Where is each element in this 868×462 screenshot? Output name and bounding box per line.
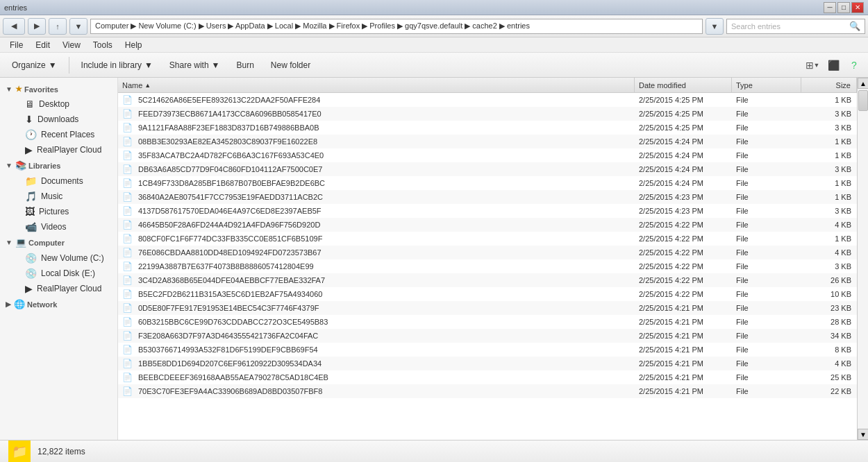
burn-label: Burn bbox=[236, 60, 253, 70]
cell-name-1: 📄 FEED73973ECB8671A4173CC8A6096BB0585417… bbox=[118, 107, 635, 120]
burn-button[interactable]: Burn bbox=[228, 55, 261, 75]
sidebar-item-pictures[interactable]: 🖼 Pictures bbox=[0, 204, 117, 219]
scroll-up-button[interactable]: ▲ bbox=[858, 78, 868, 89]
cell-date-7: 2/25/2015 4:23 PM bbox=[635, 190, 732, 203]
address-path[interactable]: Computer ▶ New Volume (C:) ▶ Users ▶ App… bbox=[90, 19, 703, 34]
sidebar-item-desktop[interactable]: 🖥 Desktop bbox=[0, 96, 117, 112]
cell-date-15: 2/25/2015 4:21 PM bbox=[635, 301, 732, 314]
new-folder-button[interactable]: New folder bbox=[263, 55, 318, 75]
table-row[interactable]: 📄 B5303766714993A532F81D6F5199DEF9CBB69F… bbox=[118, 343, 857, 357]
sidebar-item-realplayer-cloud-fav[interactable]: ▶ RealPlayer Cloud bbox=[0, 142, 117, 157]
favorites-arrow-icon: ▼ bbox=[6, 85, 12, 93]
table-row[interactable]: 📄 4137D587617570EDA046E4A97C6ED8E2397AEB… bbox=[118, 204, 857, 218]
minimize-button[interactable]: ─ bbox=[824, 2, 836, 13]
sidebar-item-local-disk-e[interactable]: 💿 Local Disk (E:) bbox=[0, 266, 117, 281]
forward-button[interactable]: ▶ bbox=[28, 18, 46, 35]
table-row[interactable]: 📄 1CB49F733D8A285BF1B687B07B0EBFAE9B2DE6… bbox=[118, 176, 857, 190]
sidebar-item-recent-places[interactable]: 🕐 Recent Places bbox=[0, 127, 117, 142]
cell-name-14: 📄 B5EC2FD2B6211B315A3E5C6D1EB2AF75A49340… bbox=[118, 287, 635, 300]
menu-edit[interactable]: Edit bbox=[30, 39, 56, 51]
table-row[interactable]: 📄 08BB3E30293AE82EA3452803C89037F9E16022… bbox=[118, 135, 857, 148]
table-row[interactable]: 📄 60B3215BBC6CE99D763CDDABCC272O3CE5495B… bbox=[118, 315, 857, 329]
include-in-library-button[interactable]: Include in library ▼ bbox=[74, 55, 160, 75]
table-row[interactable]: 📄 BEEBCDEEEF369168AAB55AEA790278C5AD18C4… bbox=[118, 370, 857, 384]
cell-size-18: 8 KB bbox=[801, 343, 857, 356]
sidebar-item-documents[interactable]: 📁 Documents bbox=[0, 173, 117, 189]
table-row[interactable]: 📄 1BB5E8DD1D694D207C6EF96120922D309534DA… bbox=[118, 357, 857, 370]
table-row[interactable]: 📄 76E086CBDAA8810DD48ED1094924FD0723573B… bbox=[118, 246, 857, 259]
cell-type-10: File bbox=[732, 232, 801, 245]
table-row[interactable]: 📄 35F83ACA7BC2A4D782FC6B6A3C167F693A53C4… bbox=[118, 148, 857, 162]
menu-view[interactable]: View bbox=[57, 39, 86, 51]
menu-help[interactable]: Help bbox=[119, 39, 148, 51]
sidebar-item-desktop-label: Desktop bbox=[39, 99, 69, 109]
cell-name-text-20: BEEBCDEEEF369168AAB55AEA790278C5AD18C4EB bbox=[138, 373, 328, 382]
organize-button[interactable]: Organize ▼ bbox=[4, 55, 65, 75]
view-toggle-button[interactable]: ⊞ ▼ bbox=[803, 55, 822, 75]
column-header-size[interactable]: Size bbox=[801, 78, 857, 92]
sidebar-item-realplayer-cloud[interactable]: ▶ RealPlayer Cloud bbox=[0, 281, 117, 296]
cell-size-8: 3 KB bbox=[801, 204, 857, 217]
scroll-thumb[interactable] bbox=[858, 90, 868, 111]
table-row[interactable]: 📄 9A1121FA8A88F23EF1883D837D16B749886BBA… bbox=[118, 121, 857, 135]
table-row[interactable]: 📄 70E3C70FE3EF9A4AC33906B689AD8BD03507FB… bbox=[118, 384, 857, 398]
cell-type-11: File bbox=[732, 246, 801, 259]
share-with-button[interactable]: Share with ▼ bbox=[162, 55, 228, 75]
computer-section[interactable]: ▼ 💻 Computer bbox=[0, 234, 117, 250]
address-bar: ◀ ▶ ↑ ▼ Computer ▶ New Volume (C:) ▶ Use… bbox=[0, 15, 868, 37]
table-row[interactable]: 📄 36840A2AE807541F7CC7953E19FAEDD3711ACB… bbox=[118, 190, 857, 204]
libraries-arrow-icon: ▼ bbox=[6, 162, 12, 169]
cell-size-20: 25 KB bbox=[801, 370, 857, 384]
table-row[interactable]: 📄 22199A3887B7E637F4073B8B8886057412804E… bbox=[118, 259, 857, 273]
table-row[interactable]: 📄 46645B50F28A6FD244A4D921A4FDA96F756D92… bbox=[118, 218, 857, 232]
column-header-type[interactable]: Type bbox=[732, 78, 801, 92]
table-row[interactable]: 📄 3C4D2A8368B65E044DFE04AEBBCF77EBAE332F… bbox=[118, 273, 857, 287]
address-dropdown-button[interactable]: ▼ bbox=[706, 18, 724, 35]
back-button[interactable]: ◀ bbox=[3, 18, 25, 35]
cell-type-1: File bbox=[732, 107, 801, 120]
file-icon-3: 📄 bbox=[122, 137, 133, 146]
network-section[interactable]: ▶ 🌐 Network bbox=[0, 296, 117, 312]
sidebar-item-downloads[interactable]: ⬇ Downloads bbox=[0, 112, 117, 127]
cell-date-3: 2/25/2015 4:24 PM bbox=[635, 135, 732, 148]
menu-file[interactable]: File bbox=[4, 39, 28, 51]
recent-locations-button[interactable]: ▼ bbox=[69, 18, 87, 35]
table-row[interactable]: 📄 0D5E80F7FE917E91953E14BEC54C3F7746F437… bbox=[118, 301, 857, 315]
address-path-text: Computer ▶ New Volume (C:) ▶ Users ▶ App… bbox=[95, 22, 530, 31]
table-row[interactable]: 📄 F3E208A663D7F97A3D4643555421736FA2C04F… bbox=[118, 329, 857, 343]
column-header-name[interactable]: Name ▲ bbox=[118, 78, 635, 92]
maximize-button[interactable]: □ bbox=[837, 2, 850, 13]
cell-type-8: File bbox=[732, 204, 801, 217]
cell-type-16: File bbox=[732, 315, 801, 328]
sidebar-item-realplayer-cloud-label: RealPlayer Cloud bbox=[37, 284, 101, 293]
table-row[interactable]: 📄 DB63A6A85CD77D9F04C860FD104112AF7500C0… bbox=[118, 162, 857, 176]
sidebar-item-music[interactable]: 🎵 Music bbox=[0, 189, 117, 204]
preview-pane-button[interactable]: ⬛ bbox=[824, 55, 843, 75]
up-button[interactable]: ↑ bbox=[49, 18, 67, 35]
cell-name-11: 📄 76E086CBDAA8810DD48ED1094924FD0723573B… bbox=[118, 246, 635, 259]
search-box[interactable]: Search entries 🔍 bbox=[726, 19, 865, 34]
share-with-label: Share with bbox=[169, 60, 209, 70]
column-header-date[interactable]: Date modified bbox=[635, 78, 732, 92]
status-icon: 📁 bbox=[8, 440, 31, 463]
sidebar-item-new-volume-c-label: New Volume (C:) bbox=[41, 253, 104, 263]
column-type-label: Type bbox=[736, 81, 753, 89]
scroll-down-button[interactable]: ▼ bbox=[858, 429, 868, 440]
title-bar-text: entries bbox=[4, 3, 824, 12]
cell-name-text-2: 9A1121FA8A88F23EF1883D837D16B749886BBA0B bbox=[138, 123, 319, 132]
menu-tools[interactable]: Tools bbox=[87, 39, 118, 51]
cell-name-text-8: 4137D587617570EDA046E4A97C6ED8E2397AEB5F bbox=[138, 207, 322, 215]
network-arrow-icon: ▶ bbox=[6, 300, 11, 308]
close-button[interactable]: ✕ bbox=[851, 2, 864, 13]
table-row[interactable]: 📄 808CF0FC1F6F774DC33FB335CC0E851CF6B510… bbox=[118, 232, 857, 246]
sidebar-item-new-volume-c[interactable]: 💿 New Volume (C:) bbox=[0, 250, 117, 266]
table-row[interactable]: 📄 B5EC2FD2B6211B315A3E5C6D1EB2AF75A49340… bbox=[118, 287, 857, 301]
favorites-section[interactable]: ▼ ★ Favorites bbox=[0, 82, 117, 96]
scroll-track[interactable] bbox=[858, 89, 868, 429]
table-row[interactable]: 📄 FEED73973ECB8671A4173CC8A6096BB0585417… bbox=[118, 107, 857, 121]
file-icon-0: 📄 bbox=[122, 95, 133, 105]
help-button[interactable]: ? bbox=[844, 55, 864, 75]
table-row[interactable]: 📄 5C214626A86E5EFE8932613C22DAA2F50AFFE2… bbox=[118, 93, 857, 107]
sidebar-item-videos[interactable]: 📹 Videos bbox=[0, 219, 117, 234]
libraries-section[interactable]: ▼ 📚 Libraries bbox=[0, 157, 117, 173]
